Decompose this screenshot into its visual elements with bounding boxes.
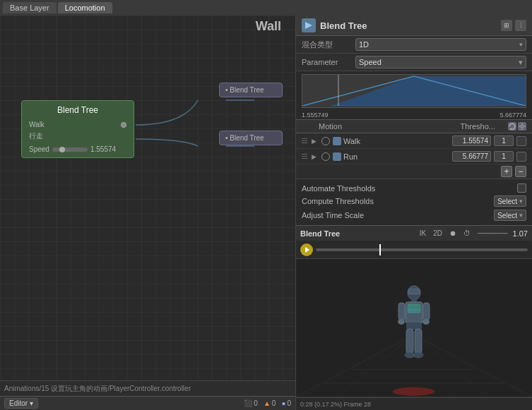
port-walk-dot (121, 122, 126, 128)
speed-label: Speed (29, 145, 49, 153)
node-ports: Walk 行走 (29, 121, 126, 141)
thresh-input-run[interactable] (452, 151, 491, 162)
inspector-header: Blend Tree ⊞ ⋮ (296, 16, 532, 36)
left-panel: Blend Tree Walk 行走 Speed 1.55574 (0, 16, 295, 410)
svg-point-34 (422, 319, 430, 325)
node-walk-label: • Blend Tree (225, 86, 276, 94)
param-dropdown-icon[interactable]: ▾ (514, 58, 523, 67)
add-motion-button[interactable]: + (501, 166, 512, 177)
preview-toolbar: Blend Tree IK 2D ⏺ ⏱ ────── 1.07 (296, 225, 532, 241)
blend-canvas-svg (302, 75, 526, 106)
param-value[interactable]: Speed ▾ (355, 56, 526, 68)
svg-rect-32 (423, 303, 430, 320)
blend-tree-node[interactable]: Blend Tree Walk 行走 Speed 1.55574 (21, 100, 134, 158)
inspector-title: Blend Tree (320, 20, 497, 31)
compute-row: Compute Thresholds Select ▾ (302, 194, 526, 208)
bottom-bar: Animations/15 设置玩主角的动画/PlayerController.… (0, 380, 295, 396)
motion-row-run[interactable]: ▶ Run (296, 149, 532, 164)
settings-icon[interactable] (518, 122, 526, 131)
svg-rect-37 (415, 329, 422, 354)
time-display: 0:28 (0.17.2%) Frame 28 (300, 401, 371, 408)
speed-slider[interactable] (52, 147, 88, 152)
preview-area: Blend Tree IK 2D ⏺ ⏱ ────── 1.07 (296, 225, 532, 410)
svg-point-25 (393, 387, 435, 396)
inspector-header-icons: ⊞ ⋮ (501, 20, 526, 31)
node-walk[interactable]: • Blend Tree (219, 83, 283, 97)
timeline-track[interactable] (316, 248, 528, 251)
automate-checkbox[interactable] (517, 183, 526, 193)
thresh-val-walk[interactable] (494, 135, 514, 146)
expand-run[interactable]: ▶ (312, 153, 319, 160)
preview-3d (296, 259, 532, 397)
svg-point-33 (398, 319, 405, 325)
inspector-menu-icon[interactable]: ⋮ (515, 20, 526, 31)
adjust-row: Adjust Time Scale Select ▾ (302, 208, 526, 222)
circle-walk[interactable] (321, 137, 330, 145)
automate-row: Automate Thresholds (302, 182, 526, 194)
compute-label: Compute Thresholds (302, 197, 490, 205)
connections-svg (0, 16, 295, 380)
tab-locomotion[interactable]: Locomotion (58, 2, 112, 13)
right-panel: Blend Tree ⊞ ⋮ 混合类型 1D ▾ Parameter Speed… (295, 16, 532, 410)
blend-type-label: 混合类型 (302, 40, 351, 50)
inspector-open-icon[interactable]: ⊞ (501, 20, 512, 31)
remove-motion-button[interactable]: − (515, 166, 526, 177)
param-row: Parameter Speed ▾ (296, 54, 532, 71)
motion-check-run[interactable] (516, 152, 526, 162)
tab-bar: Base Layer Locomotion (0, 0, 532, 16)
motion-row-walk[interactable]: ▶ Walk (296, 133, 532, 149)
blend-tree-icon (302, 18, 316, 32)
options-section: Automate Thresholds Compute Thresholds S… (296, 179, 532, 225)
graph-area[interactable]: Blend Tree Walk 行走 Speed 1.55574 (0, 16, 295, 380)
loop-icon[interactable] (508, 122, 516, 131)
preview-bottom: 0:28 (0.17.2%) Frame 28 (296, 397, 532, 410)
compute-select[interactable]: Select ▾ (494, 195, 526, 207)
motion-check-walk[interactable] (516, 136, 526, 146)
svg-rect-28 (411, 299, 417, 302)
speed-row: Speed 1.55574 (29, 145, 126, 153)
svg-point-9 (521, 125, 524, 128)
clock-icon[interactable]: ⏱ (461, 229, 473, 238)
tab-base-layer[interactable]: Base Layer (3, 2, 57, 13)
svg-rect-36 (406, 329, 413, 354)
timeline-position (379, 244, 381, 255)
blend-range-labels: 1.555749 5.667774 (296, 111, 532, 119)
motion-name-run: Run (333, 152, 449, 161)
svg-rect-30 (408, 304, 420, 313)
2d-icon[interactable]: 2D (431, 229, 444, 238)
status-bar: Editor ▾ ⬛ 0 ▲ 0 ● 0 (0, 396, 295, 410)
motion-col-thresh-label: Thresho... (446, 122, 495, 131)
playback-bar (296, 241, 532, 259)
motion-col-motion-label: Motion (319, 122, 443, 131)
main-area: Blend Tree Walk 行走 Speed 1.55574 (0, 16, 532, 410)
motion-icon-run (333, 152, 341, 161)
preview-icons: IK 2D ⏺ ⏱ ────── 1.07 (418, 229, 528, 238)
node-run[interactable]: • Blend Tree (219, 131, 283, 145)
speed-value: 1.55574 (90, 145, 116, 153)
blend-type-row: 混合类型 1D ▾ (296, 36, 532, 54)
motion-table-header: Motion Thresho... (296, 119, 532, 133)
editor-button[interactable]: Editor ▾ (4, 398, 38, 409)
blend-range-min: 1.555749 (302, 111, 329, 119)
record-icon[interactable]: ⏺ (447, 229, 459, 238)
adjust-select[interactable]: Select ▾ (494, 210, 526, 221)
automate-label: Automate Thresholds (302, 184, 513, 193)
svg-marker-0 (305, 22, 312, 29)
drag-handle-run[interactable] (302, 152, 309, 162)
expand-walk[interactable]: ▶ (312, 138, 319, 145)
thresh-val-run[interactable] (494, 151, 514, 162)
blend-range-max: 5.667774 (500, 111, 526, 119)
port-walk-cn: 行走 (29, 131, 126, 141)
speed-slider-thumb (59, 147, 65, 152)
add-remove-row: + − (296, 164, 532, 179)
drag-handle-walk[interactable] (302, 136, 309, 146)
play-button[interactable] (300, 243, 313, 256)
ik-icon[interactable]: IK (418, 229, 428, 238)
warning-count: ▲ 0 (264, 399, 276, 407)
port-walk-label: Walk (29, 121, 45, 128)
thresh-input-walk[interactable] (452, 135, 491, 146)
speed-display: ────── (475, 229, 510, 238)
blend-type-select[interactable]: 1D ▾ (355, 38, 526, 51)
svg-rect-31 (398, 303, 405, 320)
circle-run[interactable] (321, 152, 330, 161)
